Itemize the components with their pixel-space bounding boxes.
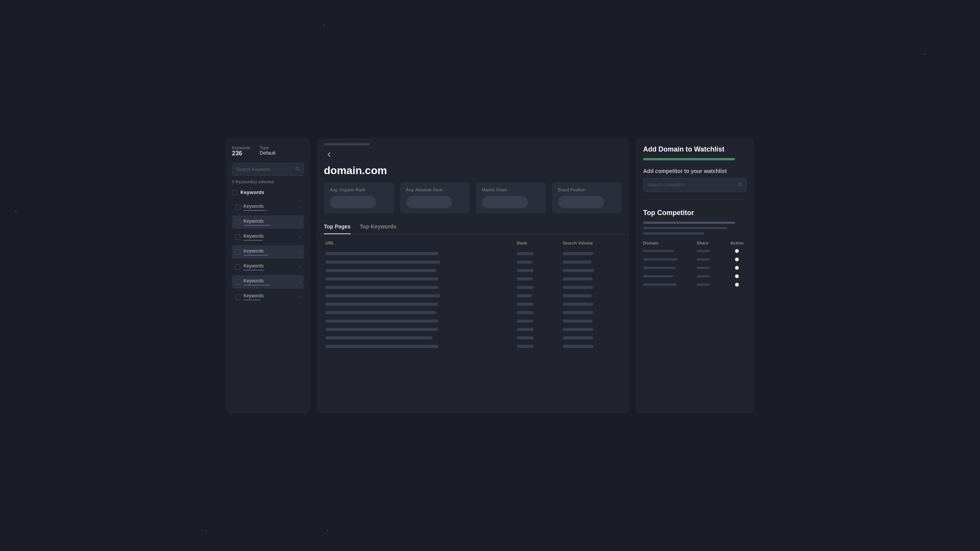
action-dot-1[interactable] <box>735 258 739 261</box>
type-value: Default <box>260 150 275 156</box>
type-stat: Type Default <box>260 145 275 157</box>
competitor-row-1 <box>643 258 746 261</box>
comp-action-col-header: Action <box>727 241 746 245</box>
comp-domain-1 <box>643 258 697 261</box>
comp-action-0[interactable] <box>727 249 746 253</box>
comp-action-2[interactable] <box>727 266 746 270</box>
keyword-item-label-4: Keywords <box>243 263 297 269</box>
keyword-item-label-6: Keywords <box>243 293 297 298</box>
table-row-3[interactable] <box>324 275 622 283</box>
keyword-search-input[interactable] <box>236 167 295 172</box>
app-container: Keywords 236 Type Default 0 Keyword(s) s… <box>226 138 754 413</box>
keyword-item-4[interactable]: Keywords › <box>232 260 304 274</box>
top-competitor-section: Top Competitor Domain Share Action <box>643 209 746 287</box>
table-row-0[interactable] <box>324 250 622 258</box>
keyword-item-1[interactable]: Keywords › <box>232 215 304 229</box>
keyword-item-bar-1 <box>243 225 270 226</box>
keyword-item-label-0: Keywords <box>243 204 297 209</box>
metric-pill-2 <box>482 196 528 208</box>
metric-pill-3 <box>558 196 604 208</box>
chevron-right-icon-1: › <box>300 220 301 224</box>
tab-top-keywords[interactable]: Top Keywords <box>360 220 396 234</box>
comp-action-1[interactable] <box>727 258 746 261</box>
action-dot-4[interactable] <box>735 283 739 287</box>
table-row-10[interactable] <box>324 334 622 342</box>
metric-pill-0 <box>330 196 376 208</box>
back-button[interactable] <box>324 149 335 160</box>
competitor-search-box[interactable] <box>643 178 746 192</box>
metrics-row: Avg. Organic Rank Avg. Absolute Rank Mar… <box>316 182 629 220</box>
keyword-item-bar-4 <box>243 270 265 271</box>
comp-domain-3 <box>643 275 697 277</box>
volume-cell-0 <box>563 252 620 255</box>
table-row-2[interactable] <box>324 267 622 274</box>
table-row-8[interactable] <box>324 317 622 325</box>
comp-top-bar-3 <box>643 232 704 235</box>
metric-label-0: Avg. Organic Rank <box>330 187 388 192</box>
keyword-item-bar-2 <box>243 240 263 241</box>
competitor-search-input[interactable] <box>647 182 738 187</box>
center-panel: domain.com Avg. Organic Rank Avg. Absolu… <box>316 138 629 413</box>
tab-top-pages[interactable]: Top Pages <box>324 220 351 234</box>
comp-share-1 <box>697 258 727 261</box>
keyword-checkbox-4[interactable] <box>235 264 240 270</box>
keyword-item-2[interactable]: Keywords › <box>232 230 304 244</box>
comp-share-col-header: Share <box>697 241 727 245</box>
keyword-item-6[interactable]: Keywords › <box>232 290 304 303</box>
action-dot-2[interactable] <box>735 266 739 270</box>
right-panel: Add Domain to Watchlist Add competitor t… <box>635 138 754 413</box>
table-row-7[interactable] <box>324 309 622 316</box>
keywords-count: 236 <box>232 150 250 157</box>
watchlist-title: Add Domain to Watchlist <box>643 145 746 153</box>
keyword-checkbox-6[interactable] <box>235 294 240 300</box>
keyword-checkbox-5[interactable] <box>235 279 240 285</box>
table-row-4[interactable] <box>324 284 622 291</box>
left-panel: Keywords 236 Type Default 0 Keyword(s) s… <box>226 138 310 413</box>
keyword-search-box[interactable] <box>232 163 304 176</box>
keywords-stat: Keywords 236 <box>232 145 250 157</box>
chevron-right-icon-5: › <box>300 280 301 284</box>
keyword-item-content-2: Keywords <box>243 233 297 241</box>
col-url-header: URL <box>325 241 517 245</box>
chevron-right-icon-0: › <box>300 205 301 209</box>
table-container[interactable]: URL Rank Search Volume <box>316 235 629 413</box>
keyword-checkbox-1[interactable] <box>235 220 240 225</box>
table-row-1[interactable] <box>324 258 622 266</box>
action-dot-3[interactable] <box>735 274 739 278</box>
keyword-checkbox-3[interactable] <box>235 249 240 255</box>
competitor-row-0 <box>643 249 746 253</box>
table-row-5[interactable] <box>324 292 622 300</box>
keyword-item-content-4: Keywords <box>243 263 297 271</box>
keyword-item-bar-6 <box>243 300 261 300</box>
keyword-item-content-6: Keywords <box>243 293 297 300</box>
chevron-right-icon-3: › <box>300 250 301 254</box>
comp-domain-0 <box>643 250 697 252</box>
competitor-section-title: Add competitor to your watchlist <box>643 168 746 174</box>
col-volume-header: Search Volume <box>563 241 620 245</box>
keyword-item-3[interactable]: Keywords › <box>232 245 304 259</box>
competitor-row-3 <box>643 274 746 278</box>
keyword-item-content-0: Keywords <box>243 204 297 211</box>
competitor-row-2 <box>643 266 746 270</box>
keyword-item-5[interactable]: Keywords › <box>232 275 304 289</box>
comp-action-3[interactable] <box>727 274 746 278</box>
keyword-item-0[interactable]: Keywords › <box>232 201 304 214</box>
action-dot-0[interactable] <box>735 249 739 253</box>
metric-pill-1 <box>406 196 452 208</box>
keyword-checkbox-2[interactable] <box>235 235 240 240</box>
keyword-item-label-1: Keywords <box>243 218 297 224</box>
table-row-9[interactable] <box>324 326 622 333</box>
keyword-item-label-2: Keywords <box>243 233 297 239</box>
tabs: Top Pages Top Keywords <box>324 220 622 234</box>
keyword-item-label-3: Keywords <box>243 248 297 254</box>
comp-action-4[interactable] <box>727 283 746 287</box>
select-all-checkbox[interactable] <box>232 190 237 195</box>
metric-label-2: Market Share <box>482 187 540 192</box>
domain-title: domain.com <box>316 162 629 182</box>
table-row-6[interactable] <box>324 300 622 308</box>
table-row-11[interactable] <box>324 342 622 350</box>
comp-share-4 <box>697 284 727 286</box>
keyword-checkbox-0[interactable] <box>235 205 240 210</box>
competitor-table-header: Domain Share Action <box>643 241 746 245</box>
metric-card-0: Avg. Organic Rank <box>324 182 394 214</box>
